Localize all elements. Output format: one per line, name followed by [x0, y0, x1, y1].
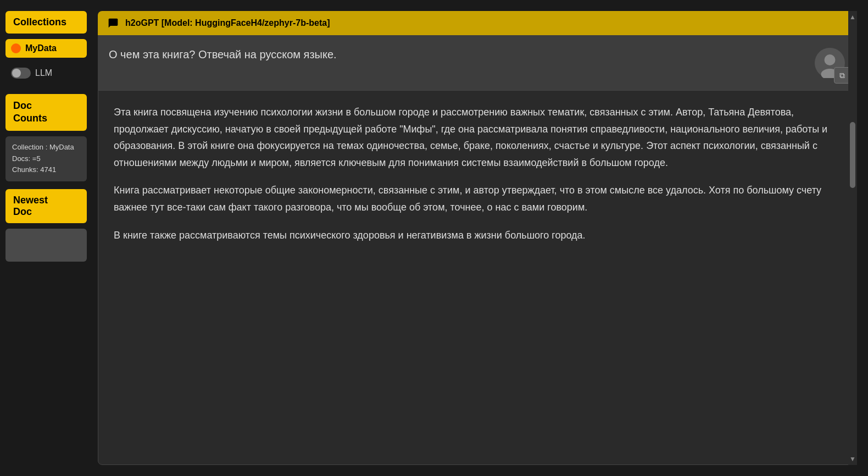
- collection-info: Collection : MyData Docs: =5 Chunks: 474…: [5, 136, 87, 181]
- collection-name: Collection : MyData: [12, 143, 74, 151]
- llm-row: LLM: [5, 63, 87, 83]
- mydata-row[interactable]: MyData: [5, 39, 87, 58]
- user-message-area: О чем эта книга? Отвечай на русском язык…: [98, 35, 857, 90]
- outer-wrapper: h2oGPT [Model: HuggingFaceH4/zephyr-7b-b…: [98, 11, 857, 465]
- chat-container: h2oGPT [Model: HuggingFaceH4/zephyr-7b-b…: [98, 11, 857, 465]
- ai-paragraph-2: Книга рассматривает некоторые общие зако…: [114, 182, 841, 215]
- chat-header-title: h2oGPT [Model: HuggingFaceH4/zephyr-7b-b…: [125, 18, 330, 28]
- ai-paragraph-1: Эта книга посвящена изучению психологии …: [114, 104, 841, 171]
- mydata-label: MyData: [25, 43, 57, 53]
- llm-toggle[interactable]: [11, 68, 31, 79]
- newest-doc-button[interactable]: NewestDoc: [5, 189, 87, 223]
- main-content: h2oGPT [Model: HuggingFaceH4/zephyr-7b-b…: [92, 0, 868, 476]
- collections-button[interactable]: Collections: [5, 11, 87, 34]
- collection-docs: Docs: =5: [12, 154, 41, 163]
- mydata-indicator: [11, 43, 21, 53]
- newest-doc-preview: [5, 229, 87, 262]
- svg-point-1: [824, 54, 835, 65]
- scroll-down-arrow[interactable]: ▼: [847, 453, 857, 465]
- scrollbar-thumb[interactable]: [850, 122, 855, 188]
- ai-paragraph-3: В книге также рассматриваются темы психи…: [114, 227, 841, 244]
- doc-counts-button[interactable]: DocCounts: [5, 94, 87, 131]
- scroll-up-arrow[interactable]: ▲: [847, 11, 857, 23]
- llm-label: LLM: [35, 68, 52, 78]
- scrollbar-track: ▲ ▼: [848, 11, 857, 465]
- copy-icon: ⧉: [839, 71, 845, 80]
- collection-chunks: Chunks: 4741: [12, 165, 56, 174]
- chat-icon: [107, 16, 120, 30]
- sidebar: Collections MyData LLM DocCounts Collect…: [0, 0, 92, 476]
- user-message-text: О чем эта книга? Отвечай на русском язык…: [109, 46, 804, 63]
- ai-response-area: Эта книга посвящена изучению психологии …: [98, 90, 857, 465]
- ai-response-text: Эта книга посвящена изучению психологии …: [114, 104, 841, 243]
- chat-header: h2oGPT [Model: HuggingFaceH4/zephyr-7b-b…: [98, 11, 857, 35]
